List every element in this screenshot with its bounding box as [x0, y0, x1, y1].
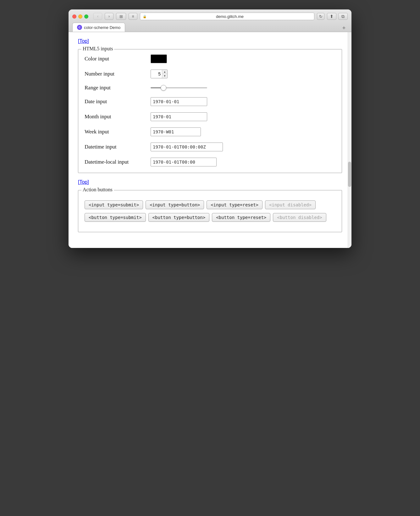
minimize-button[interactable] — [78, 14, 82, 19]
refresh-button[interactable]: ↻ — [317, 13, 324, 20]
range-input[interactable] — [151, 87, 207, 88]
number-spinners: ▲ ▼ — [162, 70, 167, 78]
action-buttons-legend: Action buttons — [81, 187, 114, 193]
input-reset-button[interactable]: <input type=reset> — [207, 200, 262, 209]
datetime-local-input-row: Datetime-local input — [85, 158, 335, 166]
button-reset-button[interactable]: <button type=reset> — [212, 213, 270, 222]
sidebar-button[interactable]: ⊞ — [116, 13, 126, 20]
button-submit-button[interactable]: <button type=submit> — [85, 213, 146, 222]
datetime-input[interactable] — [151, 143, 223, 151]
button-button-group: <button type=submit> <button type=button… — [85, 213, 335, 222]
html5-inputs-section: HTML5 inputs Color input Number input ▲ … — [78, 49, 342, 173]
input-disabled-button: <input disabled> — [265, 200, 316, 209]
date-input-row: Date input — [85, 97, 335, 106]
action-buttons: ⬆ ⧉ — [327, 13, 348, 20]
menu-button[interactable]: ≡ — [129, 13, 137, 20]
input-submit-button[interactable]: <input type=submit> — [85, 200, 143, 209]
forward-button[interactable]: › — [105, 13, 113, 20]
traffic-lights — [72, 14, 88, 19]
button-disabled-button: <button disabled> — [273, 213, 326, 222]
button-button-button[interactable]: <button type=button> — [148, 213, 210, 222]
color-input[interactable] — [151, 54, 167, 63]
datetime-input-row: Datetime input — [85, 143, 335, 151]
browser-body: [Top] HTML5 inputs Color input Number in… — [69, 32, 351, 248]
browser-window: ‹ › ⊞ ≡ 🔒 demo.glitch.me ↻ ⬆ ⧉ C color-s… — [69, 9, 351, 248]
input-button-group: <input type=submit> <input type=button> … — [85, 200, 335, 209]
share-button[interactable]: ⬆ — [327, 13, 336, 20]
browser-titlebar: ‹ › ⊞ ≡ 🔒 demo.glitch.me ↻ ⬆ ⧉ C color-s… — [69, 9, 351, 32]
buttons-section: <input type=submit> <input type=button> … — [85, 195, 335, 222]
html5-legend: HTML5 inputs — [81, 46, 114, 52]
number-input[interactable] — [151, 70, 162, 78]
spinner-down[interactable]: ▼ — [162, 74, 167, 78]
browser-controls: ‹ › ⊞ ≡ 🔒 demo.glitch.me ↻ ⬆ ⧉ — [72, 13, 348, 20]
date-input[interactable] — [151, 97, 207, 106]
top-link-1[interactable]: [Top] — [78, 38, 89, 44]
active-tab[interactable]: C color-scheme Demo — [72, 23, 125, 32]
page-content: [Top] HTML5 inputs Color input Number in… — [69, 32, 351, 248]
back-button[interactable]: ‹ — [93, 13, 102, 20]
month-input[interactable] — [151, 112, 207, 121]
range-input-row: Range input — [85, 85, 335, 91]
month-input-row: Month input — [85, 112, 335, 121]
lock-icon: 🔒 — [143, 15, 146, 18]
browser-tabs: C color-scheme Demo + — [72, 23, 348, 32]
color-input-row: Color input — [85, 54, 335, 63]
spinner-up[interactable]: ▲ — [162, 70, 167, 74]
week-input-row: Week input — [85, 127, 335, 136]
number-input-wrapper: ▲ ▼ — [151, 70, 168, 78]
datetime-input-label: Datetime input — [85, 144, 147, 150]
tabs-button[interactable]: ⧉ — [338, 13, 348, 20]
scrollbar-track[interactable] — [348, 32, 351, 248]
datetime-local-input[interactable] — [151, 158, 217, 166]
url-bar[interactable]: 🔒 demo.glitch.me — [140, 13, 314, 20]
number-input-label: Number input — [85, 71, 147, 77]
input-button-button[interactable]: <input type=button> — [146, 200, 204, 209]
datetime-local-input-label: Datetime-local input — [85, 159, 147, 165]
date-input-label: Date input — [85, 98, 147, 105]
tab-favicon: C — [77, 25, 82, 30]
week-input[interactable] — [151, 127, 201, 136]
new-tab-button[interactable]: + — [340, 24, 348, 32]
number-input-row: Number input ▲ ▼ — [85, 70, 335, 78]
action-buttons-section: Action buttons <input type=submit> <inpu… — [78, 190, 342, 232]
tab-title: color-scheme Demo — [84, 25, 120, 30]
maximize-button[interactable] — [84, 14, 88, 19]
top-link-2[interactable]: [Top] — [78, 179, 89, 185]
scrollbar-thumb[interactable] — [348, 162, 351, 187]
close-button[interactable] — [72, 14, 76, 19]
month-input-label: Month input — [85, 114, 147, 120]
range-input-label: Range input — [85, 85, 147, 91]
week-input-label: Week input — [85, 129, 147, 135]
url-text: demo.glitch.me — [148, 14, 312, 19]
color-input-label: Color input — [85, 56, 147, 62]
